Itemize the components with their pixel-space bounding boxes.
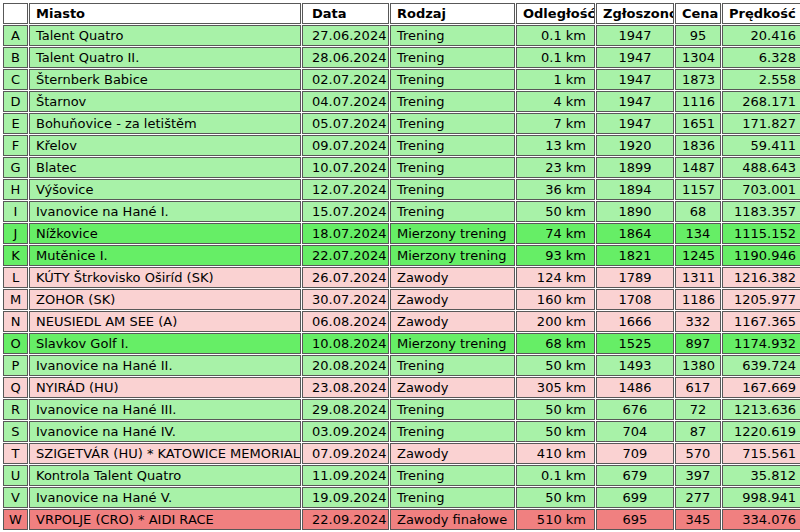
cell-odleglosc: 200 km: [516, 311, 595, 332]
cell-rodzaj: Trening: [390, 487, 515, 508]
cell-letter: J: [3, 223, 28, 244]
cell-cena: 345: [675, 509, 721, 530]
cell-odleglosc: 50 km: [516, 355, 595, 376]
cell-zgloszono: 1947: [596, 47, 674, 68]
table-row[interactable]: BTalent Quatro II.28.06.2024Trening0.1 k…: [3, 47, 800, 68]
cell-miasto: Ivanovice na Hané V.: [29, 487, 301, 508]
cell-zgloszono: 676: [596, 399, 674, 420]
cell-miasto: VRPOLJE (CRO) * AIDI RACE: [29, 509, 301, 530]
cell-miasto: Ivanovice na Hané I.: [29, 201, 301, 222]
cell-rodzaj: Trening: [390, 91, 515, 112]
table-row[interactable]: WVRPOLJE (CRO) * AIDI RACE22.09.2024Zawo…: [3, 509, 800, 530]
cell-zgloszono: 1947: [596, 25, 674, 46]
table-row[interactable]: CŠternberk Babice02.07.2024Trening1 km19…: [3, 69, 800, 90]
cell-zgloszono: 1666: [596, 311, 674, 332]
cell-rodzaj: Trening: [390, 179, 515, 200]
cell-cena: 68: [675, 201, 721, 222]
cell-letter: E: [3, 113, 28, 134]
cell-odleglosc: 50 km: [516, 421, 595, 442]
cell-zgloszono: 1947: [596, 91, 674, 112]
table-row[interactable]: HVýšovice12.07.2024Trening36 km189411577…: [3, 179, 800, 200]
cell-odleglosc: 124 km: [516, 267, 595, 288]
cell-rodzaj: Mierzony trening: [390, 223, 515, 244]
table-row[interactable]: VIvanovice na Hané V.19.09.2024Trening50…: [3, 487, 800, 508]
table-row[interactable]: FKřelov09.07.2024Trening13 km1920183659.…: [3, 135, 800, 156]
cell-odleglosc: 50 km: [516, 487, 595, 508]
table-row[interactable]: LKÚTY Štrkovisko Oširíd (SK)26.07.2024Za…: [3, 267, 800, 288]
cell-odleglosc: 50 km: [516, 399, 595, 420]
cell-letter: M: [3, 289, 28, 310]
table-row[interactable]: OSlavkov Golf I.10.08.2024Mierzony treni…: [3, 333, 800, 354]
header-cell-miasto: Miasto: [29, 3, 301, 24]
cell-cena: 617: [675, 377, 721, 398]
table-row[interactable]: UKontrola Talent Quatro11.09.2024Trening…: [3, 465, 800, 486]
cell-miasto: Talent Quatro: [29, 25, 301, 46]
cell-miasto: Mutěnice I.: [29, 245, 301, 266]
cell-letter: I: [3, 201, 28, 222]
cell-cena: 134: [675, 223, 721, 244]
cell-odleglosc: 7 km: [516, 113, 595, 134]
cell-letter: D: [3, 91, 28, 112]
table-row[interactable]: TSZIGETVÁR (HU) * KATOWICE MEMORIAL07.09…: [3, 443, 800, 464]
cell-predkosc: 1167.365: [722, 311, 800, 332]
cell-odleglosc: 74 km: [516, 223, 595, 244]
table-row[interactable]: IIvanovice na Hané I.15.07.2024Trening50…: [3, 201, 800, 222]
table-row[interactable]: DŠtarnov04.07.2024Trening4 km19471116268…: [3, 91, 800, 112]
cell-data: 22.09.2024: [302, 509, 389, 530]
cell-cena: 1487: [675, 157, 721, 178]
cell-predkosc: 2.558: [722, 69, 800, 90]
table-row[interactable]: QNYIRÁD (HU)23.08.2024Zawody305 km148661…: [3, 377, 800, 398]
cell-letter: T: [3, 443, 28, 464]
header-cell-zgloszono: Zgłoszono: [596, 3, 674, 24]
table-row[interactable]: JNížkovice18.07.2024Mierzony trening74 k…: [3, 223, 800, 244]
cell-predkosc: 1183.357: [722, 201, 800, 222]
cell-rodzaj: Zawody: [390, 267, 515, 288]
cell-rodzaj: Trening: [390, 135, 515, 156]
cell-odleglosc: 0.1 km: [516, 25, 595, 46]
cell-zgloszono: 1947: [596, 113, 674, 134]
cell-predkosc: 703.001: [722, 179, 800, 200]
cell-letter: N: [3, 311, 28, 332]
cell-data: 19.09.2024: [302, 487, 389, 508]
race-plan-table: Miasto Data Rodzaj Odległość Zgłoszono C…: [2, 2, 800, 531]
cell-predkosc: 1205.977: [722, 289, 800, 310]
cell-letter: C: [3, 69, 28, 90]
cell-letter: F: [3, 135, 28, 156]
table-row[interactable]: KMutěnice I.22.07.2024Mierzony trening93…: [3, 245, 800, 266]
cell-miasto: Výšovice: [29, 179, 301, 200]
header-cell-cena: Cena: [675, 3, 721, 24]
table-row[interactable]: MZOHOR (SK)30.07.2024Zawody160 km1708118…: [3, 289, 800, 310]
table-row[interactable]: NNEUSIEDL AM SEE (A)06.08.2024Zawody200 …: [3, 311, 800, 332]
table-row[interactable]: PIvanovice na Hané II.20.08.2024Trening5…: [3, 355, 800, 376]
cell-rodzaj: Zawody: [390, 289, 515, 310]
cell-data: 18.07.2024: [302, 223, 389, 244]
cell-miasto: ZOHOR (SK): [29, 289, 301, 310]
table-row[interactable]: RIvanovice na Hané III.29.08.2024Trening…: [3, 399, 800, 420]
cell-rodzaj: Zawody: [390, 443, 515, 464]
cell-data: 29.08.2024: [302, 399, 389, 420]
cell-data: 12.07.2024: [302, 179, 389, 200]
table-row[interactable]: ATalent Quatro27.06.2024Trening0.1 km194…: [3, 25, 800, 46]
header-row: Miasto Data Rodzaj Odległość Zgłoszono C…: [3, 3, 800, 24]
cell-predkosc: 1115.152: [722, 223, 800, 244]
cell-letter: R: [3, 399, 28, 420]
cell-cena: 1311: [675, 267, 721, 288]
cell-cena: 1873: [675, 69, 721, 90]
cell-data: 03.09.2024: [302, 421, 389, 442]
table-row[interactable]: SIvanovice na Hané IV.03.09.2024Trening5…: [3, 421, 800, 442]
cell-miasto: Štarnov: [29, 91, 301, 112]
cell-cena: 1116: [675, 91, 721, 112]
cell-cena: 397: [675, 465, 721, 486]
cell-zgloszono: 699: [596, 487, 674, 508]
cell-cena: 570: [675, 443, 721, 464]
cell-data: 28.06.2024: [302, 47, 389, 68]
cell-predkosc: 488.643: [722, 157, 800, 178]
cell-letter: O: [3, 333, 28, 354]
cell-zgloszono: 1789: [596, 267, 674, 288]
cell-cena: 1186: [675, 289, 721, 310]
table-row[interactable]: GBlatec10.07.2024Trening23 km18991487488…: [3, 157, 800, 178]
cell-letter: G: [3, 157, 28, 178]
cell-data: 04.07.2024: [302, 91, 389, 112]
cell-data: 05.07.2024: [302, 113, 389, 134]
table-row[interactable]: EBohuňovice - za letištěm05.07.2024Treni…: [3, 113, 800, 134]
